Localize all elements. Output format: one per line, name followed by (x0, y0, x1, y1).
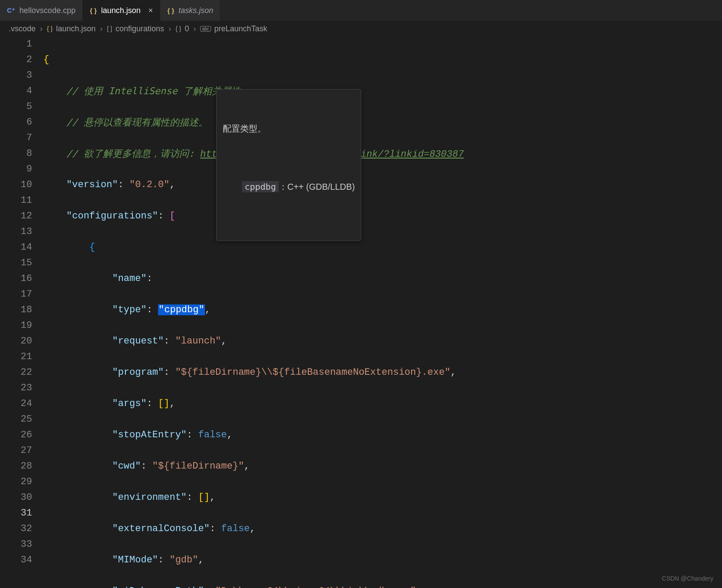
json-value-selected: "cppdbg" (158, 304, 205, 315)
json-icon: { } (90, 7, 97, 14)
code-area[interactable]: { // 使用 IntelliSense 了解相关属性。 // 悬停以查看现有属… (43, 36, 722, 588)
tab-hellovscode[interactable]: C⁺ hellovscode.cpp (0, 0, 83, 21)
editor-area[interactable]: 12345 678910 1112131415 1617181920 21222… (0, 36, 722, 588)
tab-bar: C⁺ hellovscode.cpp { } launch.json × { }… (0, 0, 722, 21)
json-value: "D:\\msys64\\mingw64\\bin\\gdb.exe" (215, 586, 416, 588)
tooltip-detail-text: ：C++ (GDB/LLDB) (279, 182, 355, 192)
json-key: "environment" (112, 492, 187, 503)
json-value: "launch" (175, 336, 221, 347)
cpp-icon: C⁺ (7, 7, 15, 14)
json-key: "stopAtEntry" (112, 429, 187, 440)
chevron-right-icon: › (99, 24, 103, 33)
json-value: false (221, 523, 250, 534)
tab-label: hellovscode.cpp (20, 6, 76, 15)
tooltip-value: cppdbg (242, 181, 278, 192)
json-icon: { } (167, 7, 174, 14)
json-icon: { } (47, 25, 53, 32)
comment: // 欲了解更多信息，请访问: (66, 148, 200, 159)
breadcrumb-item[interactable]: configurations (115, 24, 164, 33)
json-key: "externalConsole" (112, 523, 209, 534)
json-value: false (198, 429, 227, 440)
tab-label: launch.json (101, 6, 141, 15)
object-icon: { } (175, 25, 181, 32)
hover-tooltip: 配置类型。 cppdbg：C++ (GDB/LLDB) (216, 89, 361, 241)
json-key: "cwd" (112, 461, 141, 472)
json-key: "configurations" (66, 211, 158, 221)
breadcrumb-item[interactable]: preLaunchTask (214, 24, 267, 33)
breadcrumb-item[interactable]: launch.json (56, 24, 96, 33)
json-key: "type" (112, 304, 146, 315)
string-icon: abc (200, 26, 211, 32)
json-key: "MIMode" (112, 555, 158, 565)
chevron-right-icon: › (168, 24, 172, 33)
comment: // 悬停以查看现有属性的描述。 (66, 117, 208, 128)
breadcrumb[interactable]: .vscode › { } launch.json › [ ] configur… (0, 21, 722, 36)
tab-label: tasks.json (178, 6, 213, 15)
tab-tasks-json[interactable]: { } tasks.json (160, 0, 221, 21)
watermark: CSDN @Chandery (662, 575, 713, 582)
json-key: "version" (66, 179, 118, 190)
chevron-right-icon: › (192, 24, 197, 33)
json-key: "request" (112, 336, 164, 347)
json-key: "args" (112, 398, 146, 409)
array-icon: [ ] (107, 25, 112, 32)
json-value: "${fileDirname}" (152, 461, 244, 472)
tooltip-description: 配置类型。 (223, 122, 355, 135)
breadcrumb-item[interactable]: .vscode (9, 24, 36, 33)
close-icon[interactable]: × (148, 6, 153, 15)
json-key: "program" (112, 367, 164, 378)
chevron-right-icon: › (39, 24, 43, 33)
json-value: "${fileDirname}\\${fileBasenameNoExtensi… (175, 367, 451, 378)
json-value: "0.2.0" (129, 179, 169, 190)
tab-launch-json[interactable]: { } launch.json × (83, 0, 160, 21)
line-gutter: 12345 678910 1112131415 1617181920 21222… (0, 36, 43, 588)
tooltip-detail: cppdbg：C++ (GDB/LLDB) (223, 166, 355, 208)
json-key: "name" (112, 273, 146, 284)
json-value: "gdb" (169, 555, 198, 565)
json-key: "miDebuggerPath" (112, 586, 204, 588)
breadcrumb-item[interactable]: 0 (185, 24, 189, 33)
